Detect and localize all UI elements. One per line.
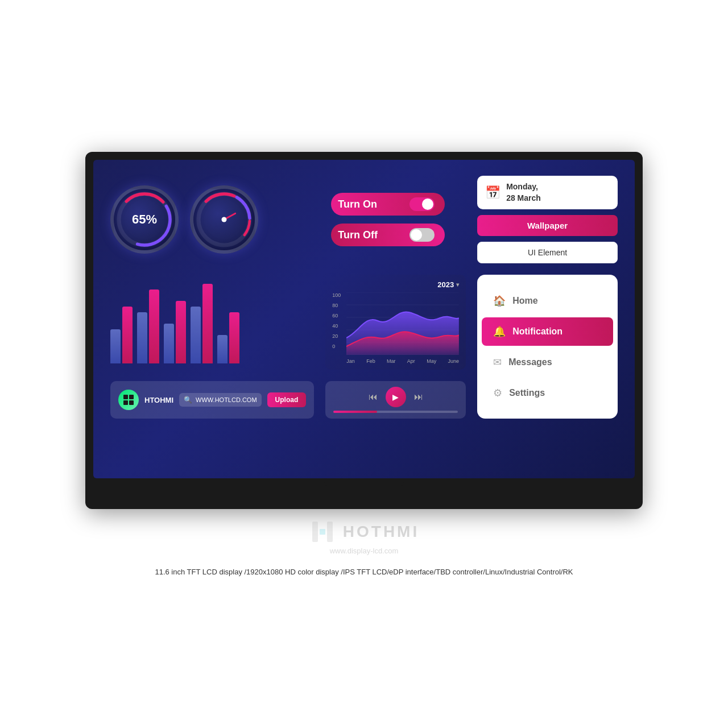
search-magnifier-icon: 🔍 [184,396,192,404]
date-line2: 28 March [506,193,541,204]
bar-3-blue [164,324,174,363]
bar-1-blue [110,329,121,363]
svg-rect-18 [129,400,134,405]
media-player-section: ⏮ ▶ ⏭ [325,381,466,419]
date-card: 📅 Monday, 28 March [477,176,618,209]
screen-content: 65% [110,176,618,419]
chart-year: 2023 ▾ [437,280,459,289]
chart-y-80: 80 [332,303,341,308]
chart-y-100: 100 [332,292,341,298]
monitor-screen: 65% [93,160,635,478]
toggles-section: Turn On Turn Off [325,176,466,263]
chart-x-may: May [427,358,436,364]
watermark: HOTHMI www.display-lcd.com [309,518,419,555]
svg-rect-15 [123,395,128,399]
svg-rect-21 [327,522,333,542]
svg-rect-19 [312,522,318,542]
page-wrapper: 65% [0,0,728,728]
bar-4-red [202,284,213,363]
toggle-off-knob [411,229,422,241]
chart-x-labels: Jan Feb Mar Apr May June [346,358,459,364]
monitor-frame: 65% [85,152,643,509]
toggle-off-row[interactable]: Turn Off [331,224,445,246]
monitor-base [324,478,404,486]
svg-point-1 [114,189,175,250]
svg-rect-16 [129,395,134,399]
nav-label-home: Home [512,296,537,306]
bar-5-red [229,312,239,363]
toggle-on-row[interactable]: Turn On [331,193,445,216]
chart-x-mar: Mar [387,358,396,364]
media-progress-fill [333,411,377,413]
ui-element-button[interactable]: UI Element [477,242,618,263]
footer-text: 11.6 inch TFT LCD display /1920x1080 HD … [143,568,584,576]
calendar-icon: 📅 [485,185,500,200]
watermark-url-text: www.display-lcd.com [309,547,419,555]
chart-x-feb: Feb [366,358,375,364]
nav-label-settings: Settings [509,388,545,398]
toggle-off-label: Turn Off [338,229,403,241]
notification-icon: 🔔 [493,325,506,338]
date-line1: Monday, [506,181,541,193]
bar-2-red [149,289,159,363]
media-prev-button[interactable]: ⏮ [369,392,378,402]
line-chart-section: 2023 ▾ 100 80 60 40 20 0 [325,275,466,370]
bar-group-1 [110,275,133,363]
media-controls: ⏮ ▶ ⏭ [369,387,423,407]
nav-item-settings[interactable]: ⚙ Settings [482,379,613,407]
search-url-text: WWW.HOTLCD.COM [196,396,257,403]
media-play-button[interactable]: ▶ [386,387,406,407]
wallpaper-button[interactable]: Wallpaper [477,215,618,236]
nav-item-notification[interactable]: 🔔 Notification [482,317,613,346]
bar-group-4 [191,275,213,363]
svg-point-8 [222,217,227,222]
toggle-off-switch[interactable] [410,228,435,242]
line-chart-svg [346,292,459,355]
watermark-h-icon [309,518,336,545]
widgets-section: 📅 Monday, 28 March Wallpaper UI Element [477,176,618,263]
upload-button[interactable]: Upload [267,392,307,407]
search-logo [118,390,139,410]
chart-x-june: June [448,358,460,364]
chart-header: 2023 ▾ [332,280,459,289]
home-icon: 🏠 [493,295,506,307]
chart-y-20: 20 [332,333,341,339]
nav-item-home[interactable]: 🏠 Home [482,287,613,315]
chart-year-label: 2023 [437,280,454,289]
bar-5-blue [217,335,228,363]
svg-rect-20 [320,529,325,535]
watermark-brand-text: HOTHMI [343,523,419,541]
nav-label-messages: Messages [508,357,552,367]
bar-group-5 [217,275,239,363]
messages-icon: ✉ [493,356,502,369]
media-next-button[interactable]: ⏭ [414,392,423,402]
nav-item-messages[interactable]: ✉ Messages [482,348,613,377]
bar-group-3 [164,275,186,363]
bar-2-blue [137,312,147,363]
speedometer-gauge [190,185,258,254]
toggle-on-knob [422,198,433,210]
bar-chart-section [110,275,314,366]
settings-icon: ⚙ [493,387,502,399]
chart-y-0: 0 [332,344,341,349]
bar-4-blue [191,307,201,363]
search-input-area[interactable]: 🔍 WWW.HOTLCD.COM [179,393,262,407]
percent-gauge: 65% [110,185,179,254]
chart-x-jan: Jan [346,358,355,364]
chart-x-apr: Apr [407,358,415,364]
bar-3-red [176,301,186,363]
htohmi-logo-icon [122,393,135,407]
chart-dropdown-icon[interactable]: ▾ [456,282,459,288]
toggle-on-label: Turn On [338,198,403,210]
gauges-section: 65% [110,176,314,263]
search-bar-section: HTOHMI 🔍 WWW.HOTLCD.COM Upload [110,381,314,419]
nav-section: 🏠 Home 🔔 Notification ✉ Messages ⚙ Setti… [477,275,618,419]
toggle-on-switch[interactable] [410,197,435,211]
watermark-logo: HOTHMI [309,518,419,545]
brand-name: HTOHMI [144,396,173,404]
date-text: Monday, 28 March [506,181,541,204]
svg-point-2 [114,189,175,250]
media-progress-bar[interactable] [333,411,458,413]
bar-group-2 [137,275,159,363]
chart-y-40: 40 [332,323,341,329]
